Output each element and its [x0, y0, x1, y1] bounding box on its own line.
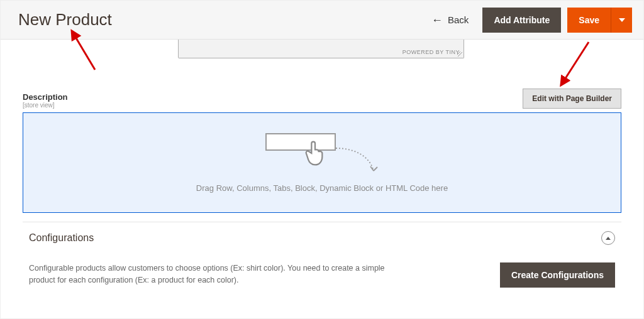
arrow-left-icon: ←: [431, 14, 443, 26]
dropzone-hint-text: Drag Row, Columns, Tabs, Block, Dynamic …: [196, 183, 448, 193]
section-divider: [23, 222, 621, 222]
editor-powered-by: POWERED BY TINY: [402, 49, 460, 55]
description-dropzone[interactable]: Drag Row, Columns, Tabs, Block, Dynamic …: [23, 112, 621, 213]
save-button[interactable]: Save: [567, 8, 611, 33]
add-attribute-button[interactable]: Add Attribute: [482, 8, 561, 33]
edit-with-page-builder-button[interactable]: Edit with Page Builder: [523, 89, 621, 109]
configurations-help-text: Configurable products allow customers to…: [29, 262, 387, 287]
save-dropdown-toggle[interactable]: [611, 8, 632, 33]
page-title: New Product: [18, 10, 112, 30]
configurations-title: Configurations: [29, 232, 94, 244]
short-description-editor-bottom[interactable]: POWERED BY TINY: [178, 40, 464, 58]
back-label: Back: [448, 14, 469, 25]
description-label: Description: [23, 92, 68, 102]
resize-handle-icon[interactable]: [457, 51, 462, 57]
annotation-arrow-edit-button: [554, 38, 598, 89]
create-configurations-button[interactable]: Create Configurations: [500, 262, 615, 288]
chevron-up-icon: [606, 237, 611, 240]
configurations-collapse-toggle[interactable]: [601, 231, 615, 245]
chevron-down-icon: [619, 18, 625, 22]
back-button[interactable]: ← Back: [424, 8, 476, 32]
description-scope: [store view]: [23, 102, 68, 109]
drag-hint-icon: [265, 133, 379, 171]
